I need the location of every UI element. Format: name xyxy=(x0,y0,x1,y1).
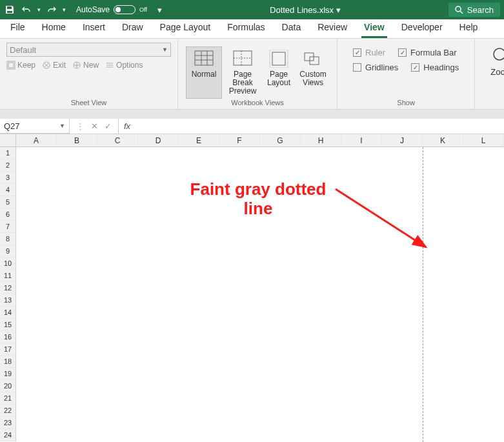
tab-home[interactable]: Home xyxy=(39,19,68,38)
row-header[interactable]: 21 xyxy=(0,392,16,405)
exit-button: Exit xyxy=(42,61,66,70)
svg-point-0 xyxy=(456,6,461,12)
row-header[interactable]: 23 xyxy=(0,417,16,429)
undo-dropdown-icon[interactable]: ▾ xyxy=(37,6,41,13)
quick-access-toolbar: ▾ ▾ AutoSave Off ▾ xyxy=(4,4,162,15)
normal-view-button[interactable]: Normal xyxy=(186,46,222,99)
page-break-preview-button[interactable]: Page Break Preview xyxy=(225,46,261,99)
page-layout-button[interactable]: Page Layout xyxy=(263,46,294,99)
tab-draw[interactable]: Draw xyxy=(119,19,146,38)
tab-formulas[interactable]: Formulas xyxy=(225,19,267,38)
row-header[interactable]: 17 xyxy=(0,343,16,356)
tab-insert[interactable]: Insert xyxy=(80,19,108,38)
custom-views-button[interactable]: Custom Views xyxy=(297,46,329,99)
headings-checkbox[interactable]: ✓Headings xyxy=(411,63,459,72)
save-icon[interactable] xyxy=(4,4,15,15)
row-header[interactable]: 8 xyxy=(0,233,16,245)
autosave-label: AutoSave xyxy=(76,5,110,14)
row-header[interactable]: 6 xyxy=(0,208,16,221)
sheet-view-select[interactable]: Default ▼ xyxy=(6,43,171,57)
ribbon-spacer xyxy=(0,110,504,119)
row-header[interactable]: 18 xyxy=(0,356,16,368)
col-header[interactable]: K xyxy=(423,134,463,147)
row-header[interactable]: 16 xyxy=(0,331,16,343)
group-label-show: Show xyxy=(344,99,468,108)
col-header[interactable]: H xyxy=(301,134,341,147)
row-header[interactable]: 7 xyxy=(0,221,16,233)
zoom-button[interactable]: Zoom xyxy=(490,46,504,77)
select-all-corner[interactable] xyxy=(0,134,16,147)
col-header[interactable]: A xyxy=(16,134,57,147)
chevron-down-icon[interactable]: ▼ xyxy=(59,123,65,129)
ruler-checkbox: ✓Ruler xyxy=(353,48,385,57)
checkbox-icon xyxy=(353,63,361,72)
row-header[interactable]: 13 xyxy=(0,294,16,306)
row-header[interactable]: 22 xyxy=(0,405,16,417)
ribbon: Default ▼ Keep Exit New Options Sheet Vi… xyxy=(0,39,504,110)
redo-dropdown-icon[interactable]: ▾ xyxy=(63,6,66,13)
tab-view[interactable]: View xyxy=(361,19,387,38)
row-header[interactable]: 15 xyxy=(0,319,16,331)
tab-file[interactable]: File xyxy=(8,19,28,38)
col-header[interactable]: G xyxy=(260,134,301,147)
normal-view-icon xyxy=(194,50,214,68)
tab-data[interactable]: Data xyxy=(279,19,304,38)
toggle-icon xyxy=(114,5,136,14)
row-header[interactable]: 10 xyxy=(0,257,16,270)
tab-help[interactable]: Help xyxy=(457,19,481,38)
tab-review[interactable]: Review xyxy=(315,19,350,38)
group-label-sheet-view: Sheet View xyxy=(6,99,171,108)
autosave-state: Off xyxy=(139,6,147,13)
row-header[interactable]: 1 xyxy=(0,147,16,159)
autosave-toggle[interactable]: AutoSave Off xyxy=(76,5,147,14)
col-header[interactable]: I xyxy=(341,134,382,147)
col-header[interactable]: E xyxy=(179,134,219,147)
row-header[interactable]: 20 xyxy=(0,380,16,392)
zoom-icon xyxy=(492,46,504,66)
qat-customize-icon[interactable]: ▾ xyxy=(157,5,162,15)
row-header[interactable]: 11 xyxy=(0,270,16,282)
col-header[interactable]: B xyxy=(57,134,97,147)
row-headers: 1 2 3 4 5 6 7 8 9 10 11 12 13 14 15 16 1… xyxy=(0,134,16,442)
col-header[interactable]: F xyxy=(219,134,260,147)
cells-area[interactable]: Faint gray dottedline xyxy=(16,147,504,442)
formula-input[interactable] xyxy=(136,119,504,134)
formula-bar-row: Q27 ▼ ⋮ ✕ ✓ fx xyxy=(0,119,504,134)
keep-button: Keep xyxy=(6,61,35,70)
row-header[interactable]: 14 xyxy=(0,306,16,319)
search-box[interactable]: Search xyxy=(449,3,500,17)
group-workbook-views: Normal Page Break Preview Page Layout Cu… xyxy=(178,39,338,109)
checkbox-icon: ✓ xyxy=(411,63,419,72)
group-zoom: Zoom xyxy=(475,39,504,109)
chevron-down-icon: ▼ xyxy=(162,46,168,53)
new-button: New xyxy=(72,61,99,70)
name-box[interactable]: Q27 ▼ xyxy=(0,119,70,134)
options-button: Options xyxy=(105,61,143,70)
col-header[interactable]: L xyxy=(463,134,504,147)
tab-developer[interactable]: Developer xyxy=(399,19,445,38)
svg-line-26 xyxy=(336,189,426,247)
redo-button[interactable] xyxy=(46,4,57,15)
row-header[interactable]: 9 xyxy=(0,245,16,257)
row-header[interactable]: 24 xyxy=(0,429,16,441)
row-header[interactable]: 5 xyxy=(0,196,16,208)
row-header[interactable]: 12 xyxy=(0,282,16,294)
row-header[interactable]: 3 xyxy=(0,172,16,184)
undo-button[interactable] xyxy=(21,4,32,15)
tab-page-layout[interactable]: Page Layout xyxy=(157,19,214,38)
svg-line-1 xyxy=(460,11,463,14)
fx-label[interactable]: fx xyxy=(119,121,136,131)
annotation-arrow xyxy=(332,186,436,257)
formula-bar-checkbox[interactable]: ✓Formula Bar xyxy=(398,48,457,57)
col-header[interactable]: J xyxy=(382,134,423,147)
row-header[interactable]: 2 xyxy=(0,159,16,172)
page-layout-icon xyxy=(268,50,289,68)
options-icon xyxy=(105,61,114,70)
col-header[interactable]: D xyxy=(138,134,179,147)
document-title: Dotted Lines.xlsx ▾ xyxy=(162,5,449,15)
gridlines-checkbox[interactable]: Gridlines xyxy=(353,63,398,72)
col-header[interactable]: C xyxy=(97,134,138,147)
row-header[interactable]: 19 xyxy=(0,368,16,380)
column-headers: A B C D E F G H I J K L xyxy=(16,134,504,147)
row-header[interactable]: 4 xyxy=(0,184,16,196)
